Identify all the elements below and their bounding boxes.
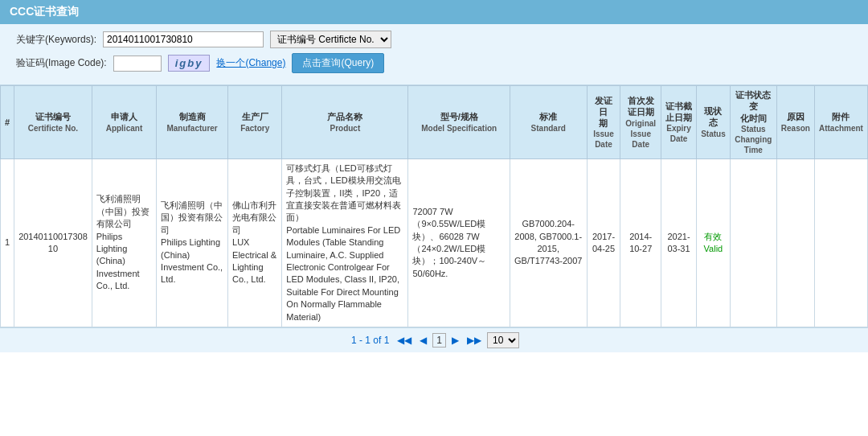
- col-model: 型号/规格Model Specification: [408, 86, 510, 159]
- cell-standard: GB7000.204-2008, GB7000.1-2015, GB/T1774…: [510, 158, 587, 327]
- pagination-next[interactable]: ▶: [449, 334, 461, 347]
- cell-attachment: [814, 158, 867, 327]
- captcha-input[interactable]: [113, 56, 162, 72]
- keywords-label: 关键字(Keywords):: [16, 33, 96, 47]
- col-expiry-date: 证书截止日期ExpiryDate: [661, 86, 696, 159]
- keywords-input[interactable]: [103, 31, 264, 47]
- pagination-first[interactable]: ◀◀: [395, 334, 414, 347]
- cell-cert-no: 2014011001730810: [14, 158, 92, 327]
- col-factory: 生产厂Factory: [228, 86, 282, 159]
- col-cert-no: 证书编号Certificte No.: [14, 86, 92, 159]
- cell-orig-issue-date: 2014-10-27: [620, 158, 661, 327]
- col-num: #: [1, 86, 14, 159]
- cell-status: 有效Valid: [697, 158, 731, 327]
- cell-num: 1: [1, 158, 14, 327]
- page-wrapper: CCC证书查询 关键字(Keywords): 证书编号 Certificte N…: [0, 0, 868, 436]
- pagination-info: 1 - 1 of 1: [349, 334, 391, 347]
- results-table: # 证书编号Certificte No. 申请人Applicant 制造商Man…: [0, 85, 868, 327]
- cell-expiry-date: 2021-03-31: [661, 158, 696, 327]
- col-orig-issue-date: 首次发证日期OriginalIssueDate: [620, 86, 661, 159]
- col-applicant: 申请人Applicant: [92, 86, 156, 159]
- per-page-select[interactable]: 10 20 50: [487, 332, 519, 348]
- col-product: 产品名称Product: [282, 86, 408, 159]
- table-row: 1 2014011001730810 飞利浦照明（中国）投资有限公司Philip…: [1, 158, 868, 327]
- cell-applicant: 飞利浦照明（中国）投资有限公司Philips Lighting (China) …: [92, 158, 156, 327]
- cell-product: 可移式灯具（LED可移式灯具，台式，LED模块用交流电子控制装置，II类，IP2…: [282, 158, 408, 327]
- captcha-image: igby: [168, 55, 211, 72]
- cert-type-select[interactable]: 证书编号 Certificte No.: [270, 31, 391, 48]
- pagination-area: 1 - 1 of 1 ◀◀ ◀ 1 ▶ ▶▶ 10 20 50: [0, 327, 868, 352]
- cell-status-change-time: [730, 158, 776, 327]
- results-table-area: # 证书编号Certificte No. 申请人Applicant 制造商Man…: [0, 85, 868, 327]
- col-standard: 标准Standard: [510, 86, 587, 159]
- imagecode-label: 验证码(Image Code):: [16, 56, 107, 70]
- table-header-row: # 证书编号Certificte No. 申请人Applicant 制造商Man…: [1, 86, 868, 159]
- cell-factory: 佛山市利升光电有限公司LUX Electrical & Lighting Co.…: [228, 158, 282, 327]
- change-captcha-button[interactable]: 换一个(Change): [216, 56, 285, 70]
- search-area: 关键字(Keywords): 证书编号 Certificte No. 验证码(I…: [0, 24, 868, 85]
- keyword-row: 关键字(Keywords): 证书编号 Certificte No.: [16, 31, 852, 48]
- cell-issue-date: 2017-04-25: [587, 158, 620, 327]
- page-header: CCC证书查询: [0, 0, 868, 24]
- cell-model: 72007 7W（9×0.55W/LED模块）、66028 7W（24×0.2W…: [408, 158, 510, 327]
- pagination-current[interactable]: 1: [432, 333, 446, 348]
- pagination-last[interactable]: ▶▶: [465, 334, 484, 347]
- col-attachment: 附件Attachment: [814, 86, 867, 159]
- col-issue-date: 发证日期IssueDate: [587, 86, 620, 159]
- cell-manufacturer: 飞利浦照明（中国）投资有限公司Philips Lighting (China) …: [157, 158, 228, 327]
- col-status: 现状态Status: [697, 86, 731, 159]
- col-manufacturer: 制造商Manufacturer: [157, 86, 228, 159]
- col-status-change: 证书状态变化时间StatusChangingTime: [730, 86, 776, 159]
- captcha-row: 验证码(Image Code): igby 换一个(Change) 点击查询(Q…: [16, 53, 852, 73]
- col-reason: 原因Reason: [776, 86, 814, 159]
- cell-reason: [776, 158, 814, 327]
- page-title: CCC证书查询: [10, 5, 79, 18]
- query-button[interactable]: 点击查询(Query): [292, 53, 384, 73]
- pagination-prev[interactable]: ◀: [417, 334, 429, 347]
